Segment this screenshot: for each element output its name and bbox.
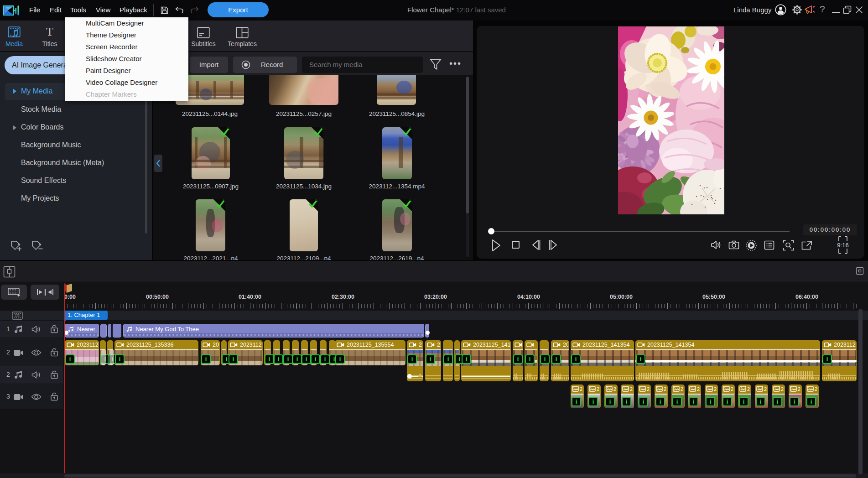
svg-text:123: 123 <box>15 314 20 317</box>
